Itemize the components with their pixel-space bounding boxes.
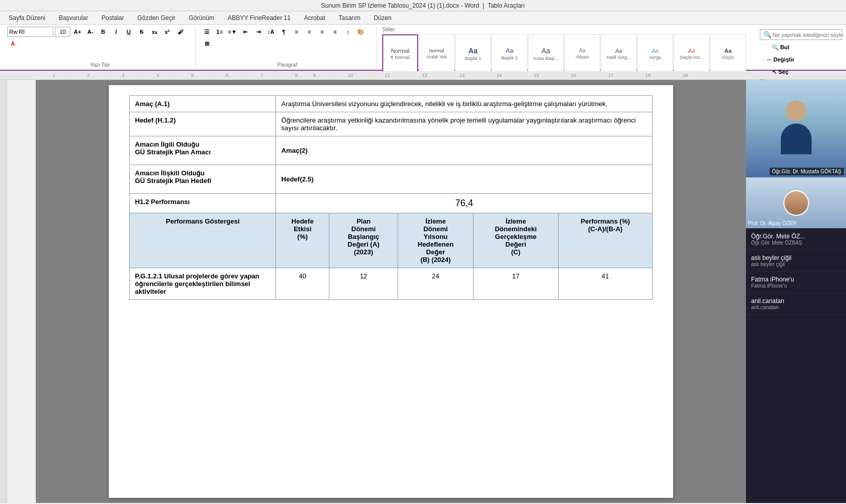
participant-item-mete[interactable]: Öğr.Gör. Mete ÖZ... Öğr.Gör. Mete ÖZBAŞ [746,229,846,250]
main-table: Amaç (A.1) Araştırma Üniversitesi vizyon… [129,95,653,300]
decrease-indent-button[interactable]: ⇤ [240,27,251,37]
tab-acrobat[interactable]: Acrobat [297,12,331,24]
participant-item-fatma[interactable]: Fatma iPhone'u Fatma iPhone'u [746,272,846,293]
style-guclu-vurgu[interactable]: Aa Güçlü Vur... [674,34,710,71]
font-color-button[interactable]: A [7,38,18,49]
justify-button[interactable]: ≡ [329,27,341,37]
ilgili-amac-value: Amaç(2) [276,136,653,165]
style-guclu-preview: Aa [688,48,695,54]
participant-item-asli[interactable]: aslı beyler çiğil aslı beyler çiğil [746,250,846,272]
right-panel: Öğr.Gör. Dr. Mustafa GÖKTAŞ Prof. Dr. Al… [746,80,846,503]
participant-subtitle-fatma: Fatma iPhone'u [751,283,841,289]
find-button[interactable]: 🔍 Bul [760,42,801,52]
tab-postalar[interactable]: Postalar [95,12,131,24]
title-bar: Sunum Birim SP Izleme Tablosu_2024 (1) (… [0,0,846,11]
borders-button[interactable]: ⊞ [201,38,212,49]
pg-hedefe: 40 [276,268,329,300]
style-baslik2-name: Başlık 2 [501,55,518,61]
strikethrough-button[interactable]: S [136,27,147,37]
style-konu-preview: Aa [541,47,550,55]
style-guclu[interactable]: Aa Güçlü [710,34,746,71]
style-konu[interactable]: Aa Konu Başl... [528,34,564,71]
underline-button[interactable]: U [123,27,134,37]
video-main: Öğr.Gör. Dr. Mustafa GÖKTAŞ [746,80,846,177]
table-row: Amacın İlişkili OlduğuGÜ Stratejik Plan … [130,165,653,194]
bullets-button[interactable]: ☰ [201,27,212,37]
table-row: P.G.1.2.1 Ulusal projelerde görev yapan … [130,268,653,300]
tab-duzen[interactable]: Düzen [367,12,398,24]
participant-list[interactable]: Öğr.Gör. Mete ÖZ... Öğr.Gör. Mete ÖZBAŞ … [746,229,846,503]
pg-plan: 12 [329,268,398,300]
iliskili-hedef-value: Hedef(2.5) [276,165,653,194]
participant-item-anil[interactable]: anil.canatan anil.canatan [746,293,846,315]
ribbon-group-paragraph: ☰ 1≡ ≡▼ ⇤ ⇥ ↕A ¶ ≡ ≡ ≡ ≡ ↕ 🎨 ⊞ Paragraf [198,27,377,68]
table-row: Hedef (H.1.2) Öğrencilere araştırma yetk… [130,112,653,136]
tab-gozden-gecir[interactable]: Gözden Geçir [131,12,182,24]
doc-area[interactable]: Amaç (A.1) Araştırma Üniversitesi vizyon… [36,80,746,503]
shading-button[interactable]: 🎨 [355,27,366,37]
line-spacing-button[interactable]: ↕ [342,27,353,37]
tab-basvurular[interactable]: Başvurular [52,12,94,24]
style-hafif-vurgu[interactable]: Aa Hafif Vurg... [601,34,637,71]
performans-header: H1.2 Performansı [130,194,276,213]
style-aralik-yok[interactable]: Normal Aralık Yok [419,34,455,71]
style-altyazi-preview: Aa [579,48,585,53]
table-header-row: Performans Göstergesi HedefeEtkisi(%) Pl… [130,213,653,268]
style-baslik1[interactable]: Aa Başlık 1 [455,34,491,71]
replace-button[interactable]: ↔ Değiştir [760,54,801,65]
align-right-button[interactable]: ≡ [317,27,328,37]
doc-page: Amaç (A.1) Araştırma Üniversitesi vizyon… [109,85,673,498]
style-vurgu-preview: Aa [652,48,658,54]
left-panel [0,80,36,503]
amac-value: Araştırma Üniversitesi vizyonunu güçlend… [276,96,653,112]
main-video-label: Öğr.Gör. Dr. Mustafa GÖKTAŞ [770,168,844,175]
multilevel-button[interactable]: ≡▼ [227,27,238,37]
style-baslik1-preview: Aa [468,47,478,55]
participant-subtitle-mete: Öğr.Gör. Mete ÖZBAŞ [751,240,841,246]
style-baslik2-preview: Aa [506,47,514,54]
show-marks-button[interactable]: ¶ [278,27,289,37]
amaç-header: Amaç (A.1) [130,96,276,112]
tab-abbyy[interactable]: ABBYY FineReader 11 [221,12,298,24]
font-name-input[interactable] [7,27,53,37]
numbering-button[interactable]: 1≡ [214,27,225,37]
style-vurgu-name: Vurgu [649,55,661,60]
main-video-face [746,80,846,177]
sort-button[interactable]: ↕A [265,27,277,37]
align-left-button[interactable]: ≡ [291,27,302,37]
search-icon: 🔍 [763,31,772,38]
bold-button[interactable]: B [97,27,109,37]
style-hafif-preview: Aa [615,48,622,54]
align-center-button[interactable]: ≡ [304,27,315,37]
style-normal[interactable]: Normal ¶ Normal [382,34,418,71]
superscript-button[interactable]: x² [162,27,173,37]
tab-tasarim[interactable]: Tasarım [332,12,367,24]
italic-button[interactable]: I [110,27,122,37]
subscript-button[interactable]: x₂ [149,27,160,37]
style-guclu2-preview: Aa [724,48,732,54]
tab-sayfa-duzeni[interactable]: Sayfa Düzeni [2,12,52,24]
title-text: Sunum Birim SP Izleme Tablosu_2024 (1) (… [321,2,479,9]
secondary-avatar [783,190,809,216]
tab-gorunum[interactable]: Görünüm [182,12,221,24]
style-baslik2[interactable]: Aa Başlık 2 [491,34,527,71]
video-secondary: Prof. Dr. Alpay ÖZER [746,177,846,229]
style-aralik-preview: Normal [429,48,444,53]
style-altyazi[interactable]: Aa Altyazı [564,34,600,71]
font-shrink-button[interactable]: A- [85,27,96,37]
highlight-button[interactable]: 🖌 [174,27,186,37]
increase-indent-button[interactable]: ⇥ [252,27,264,37]
ribbon-group-font: A+ A- B I U S x₂ x² 🖌 A Yazı Tipi [4,27,196,68]
ribbon-content: A+ A- B I U S x₂ x² 🖌 A Yazı Tipi ☰ 1≡ ≡… [0,25,846,71]
participant-name-asli: aslı beyler çiğil [751,254,841,261]
search-input[interactable] [773,32,843,38]
paragraph-group-label: Paragraf [278,62,297,68]
style-vurgu[interactable]: Aa Vurgu [637,34,673,71]
col-header-hedefe: HedefeEtkisi(%) [276,213,329,268]
ribbon-group-styles: Stiller Normal ¶ Normal Normal Aralık Yo… [379,27,758,68]
col-header-izleme: İzlemeDönemiYılsonuHedeflenenDeğer(B) (2… [398,213,474,268]
style-normal-name: ¶ Normal [391,55,409,60]
pg-izleme: 24 [398,268,474,300]
font-size-input[interactable] [55,27,70,37]
font-grow-button[interactable]: A+ [72,27,83,37]
